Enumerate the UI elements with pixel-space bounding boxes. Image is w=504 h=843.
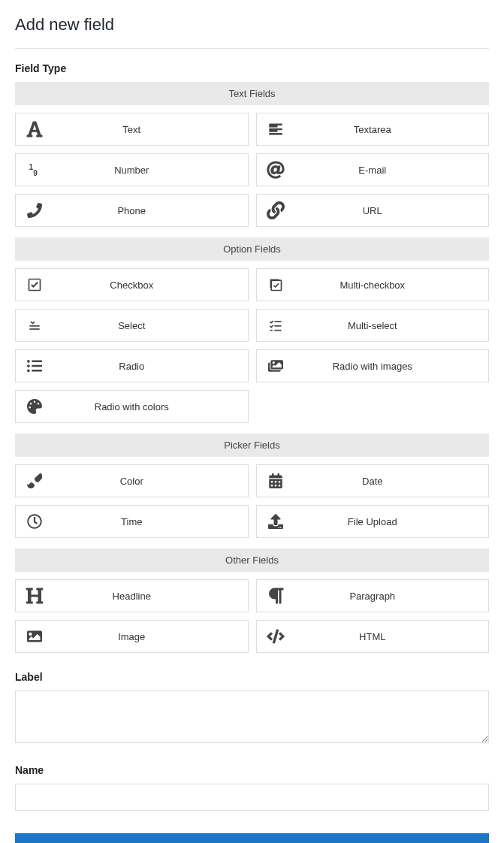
svg-rect-4 — [29, 325, 39, 327]
name-field-label: Name — [15, 764, 489, 776]
multi-checkbox-icon — [257, 277, 294, 292]
field-type-paragraph[interactable]: Paragraph — [256, 579, 490, 612]
add-field-button[interactable]: Add Field — [15, 833, 489, 843]
field-type-file-upload[interactable]: File Upload — [256, 505, 490, 538]
field-type-phone[interactable]: Phone — [15, 194, 249, 227]
field-type-multi-checkbox[interactable]: Multi-checkbox — [256, 268, 490, 301]
label-input[interactable] — [15, 690, 489, 743]
field-type-label: Color — [53, 476, 248, 487]
label-field-label: Label — [15, 671, 489, 683]
field-type-label: Time — [53, 516, 248, 527]
multi-select-icon — [257, 318, 294, 333]
field-type-time[interactable]: Time — [15, 505, 249, 538]
field-type-textarea[interactable]: Textarea — [256, 113, 490, 146]
field-type-url[interactable]: URL — [256, 194, 490, 227]
select-icon — [16, 318, 53, 333]
field-type-label: Multi-checkbox — [294, 279, 489, 291]
field-type-html[interactable]: HTML — [256, 620, 490, 653]
field-type-checkbox[interactable]: Checkbox — [15, 268, 249, 301]
field-type-label: Text — [53, 124, 248, 135]
field-type-label: Date — [294, 476, 489, 487]
list-ul-icon — [16, 358, 53, 373]
field-type-label: Radio with images — [294, 361, 489, 372]
paragraph-icon — [257, 587, 294, 605]
field-type-text[interactable]: Text — [15, 113, 249, 146]
field-type-grid: ColorDateTimeFile Upload — [15, 464, 489, 538]
phone-icon — [16, 203, 53, 218]
field-type-label: Headline — [53, 591, 248, 602]
divider — [15, 48, 489, 49]
field-type-grid: CheckboxMulti-checkboxSelectMulti-select… — [15, 268, 489, 423]
svg-rect-5 — [29, 328, 39, 330]
field-type-label: Checkbox — [53, 279, 248, 291]
align-left-icon — [257, 122, 294, 137]
palette-icon — [16, 399, 53, 414]
field-type-number[interactable]: 19Number — [15, 153, 249, 186]
calendar-icon — [257, 473, 294, 488]
at-icon — [257, 161, 294, 179]
link-icon — [257, 201, 294, 219]
svg-rect-8 — [274, 330, 281, 331]
field-type-color[interactable]: Color — [15, 464, 249, 497]
brush-icon — [16, 473, 53, 488]
field-type-email[interactable]: E-mail — [256, 153, 490, 186]
field-type-headline[interactable]: Headline — [15, 579, 249, 612]
page-title: Add new field — [15, 15, 489, 35]
svg-rect-6 — [274, 321, 281, 322]
name-input[interactable] — [15, 784, 489, 811]
field-type-radio-colors[interactable]: Radio with colors — [15, 390, 249, 423]
group-header: Other Fields — [15, 548, 489, 572]
group-header: Text Fields — [15, 82, 489, 105]
field-type-label: E-mail — [294, 165, 489, 176]
field-type-label: Select — [53, 320, 248, 331]
field-type-label: Paragraph — [294, 591, 489, 602]
numeric-icon: 19 — [16, 162, 53, 177]
field-type-select[interactable]: Select — [15, 309, 249, 342]
checkbox-icon — [16, 277, 53, 292]
svg-text:9: 9 — [33, 169, 38, 177]
font-icon — [16, 120, 53, 138]
field-type-radio-images[interactable]: Radio with images — [256, 349, 490, 382]
clock-icon — [16, 514, 53, 529]
field-type-label: Textarea — [294, 124, 489, 135]
field-type-label: Radio — [53, 361, 248, 372]
upload-icon — [257, 514, 294, 529]
field-type-label: Number — [53, 165, 248, 176]
field-type-grid: TextTextarea19NumberE-mailPhoneURL — [15, 113, 489, 227]
field-type-label: Image — [53, 631, 248, 642]
field-type-multi-select[interactable]: Multi-select — [256, 309, 490, 342]
field-type-grid: HeadlineParagraphImageHTML — [15, 579, 489, 653]
code-icon — [257, 627, 294, 645]
group-header: Option Fields — [15, 237, 489, 261]
svg-rect-7 — [274, 325, 281, 327]
field-type-label: Radio with colors — [53, 401, 248, 412]
field-type-label: File Upload — [294, 516, 489, 527]
image-icon — [16, 629, 53, 644]
svg-rect-9 — [270, 330, 272, 331]
field-type-date[interactable]: Date — [256, 464, 490, 497]
heading-icon — [16, 587, 53, 605]
group-header: Picker Fields — [15, 434, 489, 457]
images-icon — [257, 358, 294, 373]
field-type-label: URL — [294, 205, 489, 216]
field-type-image[interactable]: Image — [15, 620, 249, 653]
field-type-radio[interactable]: Radio — [15, 349, 249, 382]
field-type-label: Multi-select — [294, 320, 489, 331]
field-type-label: HTML — [294, 631, 489, 642]
field-type-label: Phone — [53, 205, 248, 216]
field-type-label: Field Type — [15, 62, 489, 74]
